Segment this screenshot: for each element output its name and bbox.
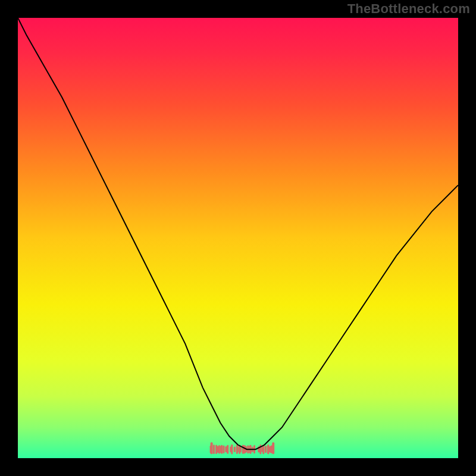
- gradient-background: [18, 18, 458, 458]
- plot-area: [18, 18, 458, 458]
- chart-frame: TheBottleneck.com: [0, 0, 476, 476]
- chart-svg: [18, 18, 458, 458]
- watermark-text: TheBottleneck.com: [347, 1, 470, 17]
